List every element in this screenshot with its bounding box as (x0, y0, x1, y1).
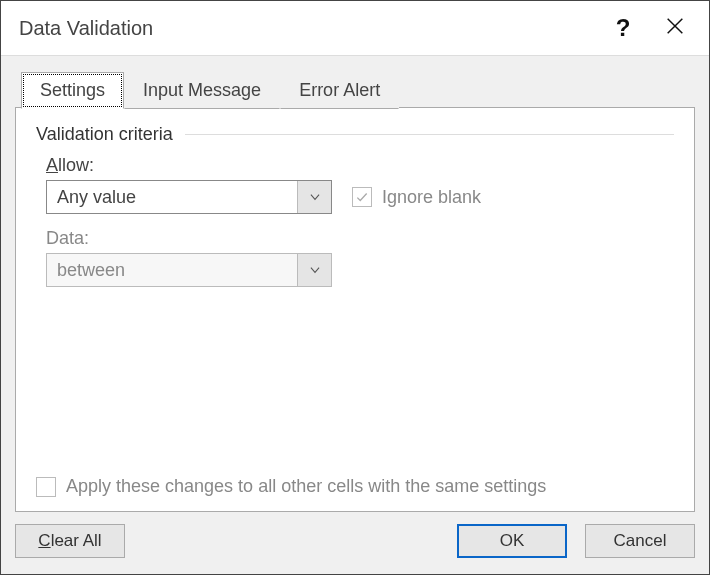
help-button[interactable]: ? (597, 2, 649, 54)
titlebar: Data Validation ? (1, 1, 709, 55)
button-label: Cancel (614, 531, 667, 551)
apply-all-checkbox: Apply these changes to all other cells w… (36, 470, 674, 497)
apply-all-label: Apply these changes to all other cells w… (66, 476, 546, 497)
button-label: OK (500, 531, 525, 551)
close-icon (664, 15, 686, 42)
section-title: Validation criteria (36, 124, 173, 145)
button-label: Clear All (38, 531, 101, 551)
button-bar: Clear All OK Cancel (15, 512, 695, 560)
spacer (36, 287, 674, 470)
tabstrip: Settings Input Message Error Alert (15, 70, 695, 108)
dialog-title: Data Validation (19, 17, 597, 40)
tab-input-message[interactable]: Input Message (124, 72, 280, 109)
tab-error-alert[interactable]: Error Alert (280, 72, 399, 109)
help-icon: ? (616, 14, 631, 42)
tab-settings[interactable]: Settings (21, 72, 124, 109)
ok-button[interactable]: OK (457, 524, 567, 558)
clear-all-button[interactable]: Clear All (15, 524, 125, 558)
data-validation-dialog: Data Validation ? Settings Input Message… (0, 0, 710, 575)
checkbox-box (352, 187, 372, 207)
data-label: Data: (46, 228, 674, 249)
close-button[interactable] (649, 2, 701, 54)
chevron-down-icon (297, 254, 331, 286)
divider (185, 134, 674, 135)
allow-value: Any value (47, 181, 297, 213)
allow-field: Allow: Any value Ignore blank (46, 155, 674, 214)
data-combobox: between (46, 253, 332, 287)
allow-row: Any value Ignore blank (46, 180, 674, 214)
chevron-down-icon (297, 181, 331, 213)
allow-label: Allow: (46, 155, 674, 176)
cancel-button[interactable]: Cancel (585, 524, 695, 558)
allow-combobox[interactable]: Any value (46, 180, 332, 214)
ignore-blank-checkbox: Ignore blank (352, 187, 481, 208)
checkbox-box (36, 477, 56, 497)
tabpanel-settings: Validation criteria Allow: Any value (15, 107, 695, 512)
section-header: Validation criteria (36, 124, 674, 145)
tab-label: Error Alert (299, 80, 380, 100)
data-field: Data: between (46, 228, 674, 287)
check-icon (355, 190, 369, 204)
data-value: between (47, 254, 297, 286)
tab-label: Input Message (143, 80, 261, 100)
tab-label: Settings (40, 80, 105, 100)
dialog-body: Settings Input Message Error Alert Valid… (1, 55, 709, 574)
ignore-blank-label: Ignore blank (382, 187, 481, 208)
